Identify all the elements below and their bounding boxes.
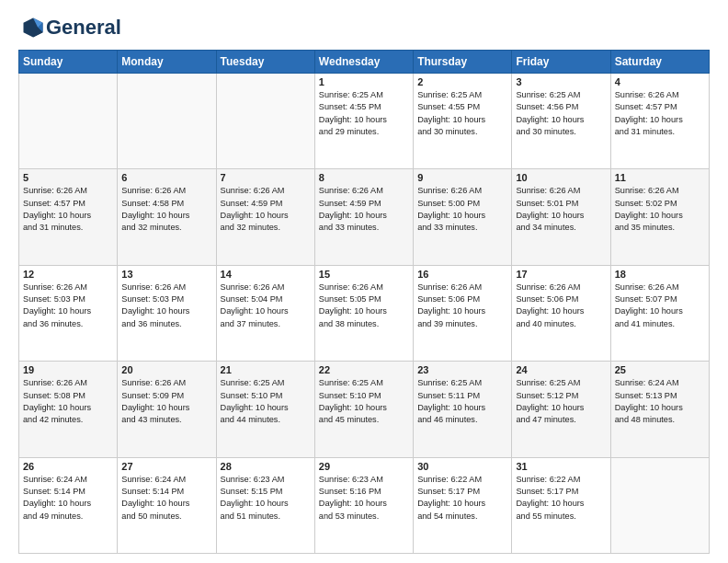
calendar-cell: [610, 457, 709, 553]
day-number: 10: [516, 172, 606, 183]
day-info: Sunrise: 6:26 AMSunset: 5:05 PMDaylight:…: [319, 282, 409, 330]
calendar-cell: 23Sunrise: 6:25 AMSunset: 5:11 PMDayligh…: [414, 362, 512, 457]
calendar-cell: 13Sunrise: 6:26 AMSunset: 5:03 PMDayligh…: [118, 265, 216, 361]
day-number: 12: [23, 269, 113, 280]
day-info: Sunrise: 6:22 AMSunset: 5:17 PMDaylight:…: [516, 474, 606, 523]
day-number: 19: [23, 364, 113, 375]
calendar-cell: 15Sunrise: 6:26 AMSunset: 5:05 PMDayligh…: [314, 265, 413, 361]
calendar-week-2: 5Sunrise: 6:26 AMSunset: 4:57 PMDaylight…: [19, 169, 710, 265]
calendar-cell: 18Sunrise: 6:26 AMSunset: 5:07 PMDayligh…: [610, 265, 709, 361]
day-info: Sunrise: 6:26 AMSunset: 5:03 PMDaylight:…: [23, 282, 113, 330]
day-info: Sunrise: 6:22 AMSunset: 5:17 PMDaylight:…: [417, 474, 507, 523]
day-info: Sunrise: 6:26 AMSunset: 5:06 PMDaylight:…: [417, 282, 507, 330]
calendar-cell: 14Sunrise: 6:26 AMSunset: 5:04 PMDayligh…: [216, 265, 314, 361]
calendar-header-sunday: Sunday: [19, 51, 118, 74]
calendar-cell: [19, 74, 118, 169]
day-number: 30: [417, 461, 507, 472]
day-info: Sunrise: 6:26 AMSunset: 5:01 PMDaylight:…: [516, 185, 606, 234]
day-number: 29: [319, 461, 409, 472]
calendar-cell: 2Sunrise: 6:25 AMSunset: 4:55 PMDaylight…: [414, 74, 512, 169]
calendar-cell: 21Sunrise: 6:25 AMSunset: 5:10 PMDayligh…: [216, 362, 314, 457]
calendar-header-thursday: Thursday: [414, 51, 512, 74]
day-info: Sunrise: 6:23 AMSunset: 5:16 PMDaylight:…: [319, 474, 409, 523]
day-info: Sunrise: 6:26 AMSunset: 4:58 PMDaylight:…: [121, 185, 211, 234]
calendar-cell: 17Sunrise: 6:26 AMSunset: 5:06 PMDayligh…: [512, 265, 610, 361]
calendar-cell: 1Sunrise: 6:25 AMSunset: 4:55 PMDaylight…: [314, 74, 413, 169]
calendar-cell: 29Sunrise: 6:23 AMSunset: 5:16 PMDayligh…: [314, 457, 413, 553]
calendar-cell: 30Sunrise: 6:22 AMSunset: 5:17 PMDayligh…: [414, 457, 512, 553]
calendar-cell: 20Sunrise: 6:26 AMSunset: 5:09 PMDayligh…: [118, 362, 216, 457]
calendar-week-5: 26Sunrise: 6:24 AMSunset: 5:14 PMDayligh…: [19, 457, 710, 553]
calendar-week-1: 1Sunrise: 6:25 AMSunset: 4:55 PMDaylight…: [19, 74, 710, 169]
calendar-week-4: 19Sunrise: 6:26 AMSunset: 5:08 PMDayligh…: [19, 362, 710, 457]
calendar-cell: [118, 74, 216, 169]
day-info: Sunrise: 6:26 AMSunset: 5:09 PMDaylight:…: [121, 377, 211, 426]
day-info: Sunrise: 6:26 AMSunset: 5:03 PMDaylight:…: [121, 282, 211, 330]
calendar-header-saturday: Saturday: [610, 51, 709, 74]
calendar-cell: 5Sunrise: 6:26 AMSunset: 4:57 PMDaylight…: [19, 169, 118, 265]
day-number: 2: [417, 76, 507, 87]
page: General SundayMondayTuesdayWednesdayThur…: [0, 0, 728, 563]
day-info: Sunrise: 6:25 AMSunset: 5:11 PMDaylight:…: [417, 377, 507, 426]
day-info: Sunrise: 6:26 AMSunset: 5:07 PMDaylight:…: [615, 282, 705, 330]
day-number: 26: [23, 461, 113, 472]
day-info: Sunrise: 6:25 AMSunset: 5:10 PMDaylight:…: [319, 377, 409, 426]
calendar-cell: 25Sunrise: 6:24 AMSunset: 5:13 PMDayligh…: [610, 362, 709, 457]
day-info: Sunrise: 6:24 AMSunset: 5:14 PMDaylight:…: [121, 474, 211, 523]
day-number: 17: [516, 269, 606, 280]
day-info: Sunrise: 6:26 AMSunset: 5:08 PMDaylight:…: [23, 377, 113, 426]
calendar-cell: 28Sunrise: 6:23 AMSunset: 5:15 PMDayligh…: [216, 457, 314, 553]
day-number: 24: [516, 364, 606, 375]
day-number: 16: [417, 269, 507, 280]
calendar-header-monday: Monday: [118, 51, 216, 74]
calendar-cell: 11Sunrise: 6:26 AMSunset: 5:02 PMDayligh…: [610, 169, 709, 265]
day-number: 15: [319, 269, 409, 280]
day-number: 28: [221, 461, 311, 472]
header: General: [18, 15, 710, 40]
calendar-cell: 26Sunrise: 6:24 AMSunset: 5:14 PMDayligh…: [19, 457, 118, 553]
calendar-cell: 9Sunrise: 6:26 AMSunset: 5:00 PMDaylight…: [414, 169, 512, 265]
day-number: 3: [516, 76, 606, 87]
day-info: Sunrise: 6:26 AMSunset: 4:59 PMDaylight:…: [319, 185, 409, 234]
day-number: 18: [615, 269, 705, 280]
day-number: 13: [121, 269, 211, 280]
day-number: 20: [121, 364, 211, 375]
calendar-cell: 16Sunrise: 6:26 AMSunset: 5:06 PMDayligh…: [414, 265, 512, 361]
calendar-week-3: 12Sunrise: 6:26 AMSunset: 5:03 PMDayligh…: [19, 265, 710, 361]
calendar-cell: 8Sunrise: 6:26 AMSunset: 4:59 PMDaylight…: [314, 169, 413, 265]
calendar-cell: 7Sunrise: 6:26 AMSunset: 4:59 PMDaylight…: [216, 169, 314, 265]
day-number: 27: [121, 461, 211, 472]
day-info: Sunrise: 6:24 AMSunset: 5:14 PMDaylight:…: [23, 474, 113, 523]
day-info: Sunrise: 6:26 AMSunset: 5:00 PMDaylight:…: [417, 185, 507, 234]
day-info: Sunrise: 6:25 AMSunset: 4:55 PMDaylight:…: [417, 89, 507, 138]
calendar-cell: 6Sunrise: 6:26 AMSunset: 4:58 PMDaylight…: [118, 169, 216, 265]
calendar-header-row: SundayMondayTuesdayWednesdayThursdayFrid…: [19, 51, 710, 74]
day-info: Sunrise: 6:24 AMSunset: 5:13 PMDaylight:…: [615, 377, 705, 426]
day-number: 25: [615, 364, 705, 375]
day-number: 14: [221, 269, 311, 280]
day-number: 6: [121, 172, 211, 183]
calendar-cell: 19Sunrise: 6:26 AMSunset: 5:08 PMDayligh…: [19, 362, 118, 457]
day-info: Sunrise: 6:25 AMSunset: 5:12 PMDaylight:…: [516, 377, 606, 426]
day-number: 31: [516, 461, 606, 472]
day-number: 5: [23, 172, 113, 183]
logo: General: [18, 15, 121, 40]
day-number: 23: [417, 364, 507, 375]
day-info: Sunrise: 6:26 AMSunset: 4:57 PMDaylight:…: [615, 89, 705, 138]
day-info: Sunrise: 6:23 AMSunset: 5:15 PMDaylight:…: [221, 474, 311, 523]
calendar-cell: 12Sunrise: 6:26 AMSunset: 5:03 PMDayligh…: [19, 265, 118, 361]
calendar-table: SundayMondayTuesdayWednesdayThursdayFrid…: [18, 50, 710, 554]
calendar-cell: [216, 74, 314, 169]
calendar-cell: 10Sunrise: 6:26 AMSunset: 5:01 PMDayligh…: [512, 169, 610, 265]
day-number: 8: [319, 172, 409, 183]
day-number: 7: [221, 172, 311, 183]
calendar-cell: 24Sunrise: 6:25 AMSunset: 5:12 PMDayligh…: [512, 362, 610, 457]
day-number: 4: [615, 76, 705, 87]
day-number: 9: [417, 172, 507, 183]
day-number: 21: [221, 364, 311, 375]
day-info: Sunrise: 6:25 AMSunset: 4:55 PMDaylight:…: [319, 89, 409, 138]
calendar-header-wednesday: Wednesday: [314, 51, 413, 74]
calendar-header-tuesday: Tuesday: [216, 51, 314, 74]
day-info: Sunrise: 6:26 AMSunset: 4:59 PMDaylight:…: [221, 185, 311, 234]
day-number: 1: [319, 76, 409, 87]
